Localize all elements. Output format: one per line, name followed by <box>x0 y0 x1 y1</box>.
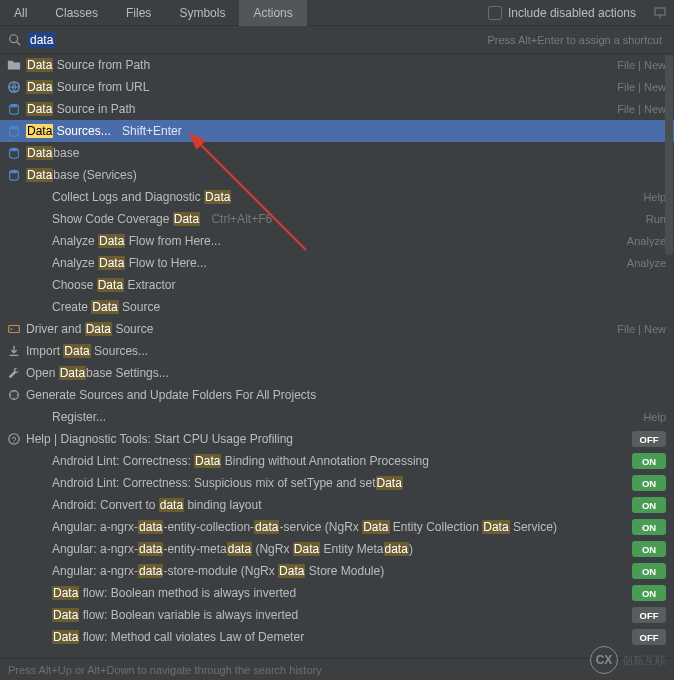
result-label: Choose Data Extractor <box>26 278 666 292</box>
result-label: Help | Diagnostic Tools: Start CPU Usage… <box>26 432 632 446</box>
blank-icon <box>6 563 22 579</box>
result-row[interactable]: Android Lint: Correctness: Suspicious mi… <box>0 472 674 494</box>
blank-icon <box>6 497 22 513</box>
result-row[interactable]: Database (Services) <box>0 164 674 186</box>
blank-icon <box>6 475 22 491</box>
result-label: Register... <box>26 410 643 424</box>
svg-point-2 <box>10 34 18 42</box>
result-row[interactable]: Angular: a-ngrx-data-store-module (NgRx … <box>0 560 674 582</box>
result-label: Database <box>26 146 666 160</box>
blank-icon <box>6 255 22 271</box>
svg-point-5 <box>10 104 19 108</box>
result-row[interactable]: Collect Logs and Diagnostic DataHelp <box>0 186 674 208</box>
result-context: Analyze <box>627 257 666 269</box>
gen-icon <box>6 387 22 403</box>
svg-point-7 <box>10 148 19 152</box>
result-row[interactable]: Generate Sources and Update Folders For … <box>0 384 674 406</box>
driver-icon <box>6 321 22 337</box>
toggle-switch[interactable]: OFF <box>632 629 666 645</box>
result-label: Data Sources... Shift+Enter <box>26 124 666 138</box>
result-row[interactable]: Analyze Data Flow from Here...Analyze <box>0 230 674 252</box>
toggle-switch[interactable]: ON <box>632 497 666 513</box>
result-row[interactable]: Data flow: Boolean variable is always in… <box>0 604 674 626</box>
result-row[interactable]: Open Database Settings... <box>0 362 674 384</box>
toggle-switch[interactable]: ON <box>632 475 666 491</box>
result-label: Data flow: Method call violates Law of D… <box>26 630 632 644</box>
include-disabled-checkbox[interactable]: Include disabled actions <box>488 6 644 20</box>
result-row[interactable]: Show Code Coverage Data Ctrl+Alt+F6Run <box>0 208 674 230</box>
result-row[interactable]: Database <box>0 142 674 164</box>
blank-icon <box>6 211 22 227</box>
toggle-switch[interactable]: OFF <box>632 431 666 447</box>
toggle-switch[interactable]: ON <box>632 519 666 535</box>
svg-point-10 <box>11 328 13 330</box>
result-row[interactable]: Create Data Source <box>0 296 674 318</box>
result-label: Create Data Source <box>26 300 666 314</box>
result-label: Database (Services) <box>26 168 666 182</box>
result-row[interactable]: ?Help | Diagnostic Tools: Start CPU Usag… <box>0 428 674 450</box>
result-label: Import Data Sources... <box>26 344 666 358</box>
watermark-logo: CX <box>590 646 618 674</box>
watermark-text: 创新互联 <box>622 653 666 668</box>
blank-icon <box>6 453 22 469</box>
result-label: Generate Sources and Update Folders For … <box>26 388 666 402</box>
toggle-switch[interactable]: OFF <box>632 607 666 623</box>
result-label: Data Source from URL <box>26 80 617 94</box>
result-row[interactable]: Import Data Sources... <box>0 340 674 362</box>
tab-symbols[interactable]: Symbols <box>165 0 239 26</box>
result-row[interactable]: Data Source from PathFile | New <box>0 54 674 76</box>
blank-icon <box>6 409 22 425</box>
result-label: Analyze Data Flow to Here... <box>26 256 627 270</box>
result-row[interactable]: Android: Convert to data binding layoutO… <box>0 494 674 516</box>
db-icon <box>6 101 22 117</box>
result-label: Angular: a-ngrx-data-store-module (NgRx … <box>26 564 632 578</box>
result-row[interactable]: Data Source from URLFile | New <box>0 76 674 98</box>
result-row[interactable]: Data Source in PathFile | New <box>0 98 674 120</box>
result-row[interactable]: Data flow: Boolean method is always inve… <box>0 582 674 604</box>
result-label: Driver and Data Source <box>26 322 617 336</box>
scrollbar[interactable] <box>665 55 673 255</box>
result-row[interactable]: Choose Data Extractor <box>0 274 674 296</box>
db-blue-icon <box>6 123 22 139</box>
result-context: Help <box>643 191 666 203</box>
tab-all[interactable]: All <box>0 0 41 26</box>
result-row[interactable]: Data Sources... Shift+Enter <box>0 120 674 142</box>
result-context: File | New <box>617 323 666 335</box>
result-context: Analyze <box>627 235 666 247</box>
search-input[interactable]: data <box>28 32 55 48</box>
checkbox-icon <box>488 6 502 20</box>
toggle-switch[interactable]: ON <box>632 585 666 601</box>
result-row[interactable]: Driver and Data SourceFile | New <box>0 318 674 340</box>
result-row[interactable]: Android Lint: Correctness: Data Binding … <box>0 450 674 472</box>
db-icon <box>6 167 22 183</box>
blank-icon <box>6 277 22 293</box>
blank-icon <box>6 233 22 249</box>
results-list: Data Source from PathFile | NewData Sour… <box>0 54 674 648</box>
result-row[interactable]: Data flow: Method call violates Law of D… <box>0 626 674 648</box>
result-row[interactable]: Angular: a-ngrx-data-entity-collection-d… <box>0 516 674 538</box>
result-label: Android Lint: Correctness: Data Binding … <box>26 454 632 468</box>
result-row[interactable]: Angular: a-ngrx-data-entity-metadata (Ng… <box>0 538 674 560</box>
result-label: Android: Convert to data binding layout <box>26 498 632 512</box>
result-context: File | New <box>617 81 666 93</box>
help-icon: ? <box>6 431 22 447</box>
result-row[interactable]: Register...Help <box>0 406 674 428</box>
tab-classes[interactable]: Classes <box>41 0 112 26</box>
import-icon <box>6 343 22 359</box>
svg-point-8 <box>10 170 19 174</box>
blank-icon <box>6 299 22 315</box>
toggle-switch[interactable]: ON <box>632 563 666 579</box>
result-context: Help <box>643 411 666 423</box>
pin-icon[interactable] <box>652 5 668 21</box>
shortcut-text: Ctrl+Alt+F6 <box>211 212 272 226</box>
footer: Press Alt+Up or Alt+Down to navigate thr… <box>0 658 674 680</box>
result-label: Data Source in Path <box>26 102 617 116</box>
blank-icon <box>6 189 22 205</box>
blank-icon <box>6 541 22 557</box>
result-row[interactable]: Analyze Data Flow to Here...Analyze <box>0 252 674 274</box>
tab-actions[interactable]: Actions <box>239 0 306 26</box>
toggle-switch[interactable]: ON <box>632 453 666 469</box>
tab-files[interactable]: Files <box>112 0 165 26</box>
result-label: Angular: a-ngrx-data-entity-metadata (Ng… <box>26 542 632 556</box>
toggle-switch[interactable]: ON <box>632 541 666 557</box>
